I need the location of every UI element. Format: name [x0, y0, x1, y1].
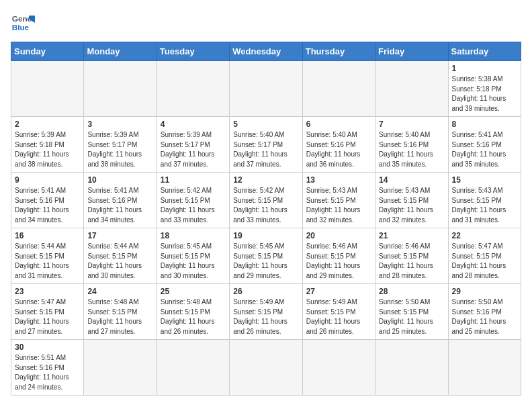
calendar-cell: 1Sunrise: 5:38 AMSunset: 5:18 PMDaylight…: [448, 61, 521, 117]
day-number: 21: [379, 231, 444, 240]
weekday-header-saturday: Saturday: [448, 42, 521, 61]
weekday-header-row: SundayMondayTuesdayWednesdayThursdayFrid…: [11, 42, 521, 61]
cell-info: Sunrise: 5:46 AMSunset: 5:15 PMDaylight:…: [379, 242, 444, 281]
calendar-cell: [302, 61, 375, 117]
day-number: 12: [233, 175, 298, 185]
day-number: 10: [87, 175, 152, 185]
day-number: 1: [452, 64, 517, 73]
cell-info: Sunrise: 5:39 AMSunset: 5:17 PMDaylight:…: [161, 130, 226, 169]
logo: General Blue: [11, 11, 35, 35]
day-number: 19: [233, 231, 298, 240]
page-header: General Blue: [11, 11, 521, 35]
cell-info: Sunrise: 5:45 AMSunset: 5:15 PMDaylight:…: [233, 242, 298, 281]
calendar-cell: 13Sunrise: 5:43 AMSunset: 5:15 PMDayligh…: [302, 173, 375, 228]
calendar-week-5: 23Sunrise: 5:47 AMSunset: 5:15 PMDayligh…: [11, 284, 521, 340]
weekday-header-tuesday: Tuesday: [157, 42, 229, 61]
cell-info: Sunrise: 5:46 AMSunset: 5:15 PMDaylight:…: [306, 242, 371, 281]
day-number: 11: [161, 175, 226, 185]
calendar-cell: 7Sunrise: 5:40 AMSunset: 5:16 PMDaylight…: [375, 117, 448, 173]
cell-info: Sunrise: 5:42 AMSunset: 5:15 PMDaylight:…: [161, 186, 226, 225]
calendar-cell: 25Sunrise: 5:48 AMSunset: 5:15 PMDayligh…: [157, 284, 229, 340]
calendar-cell: 12Sunrise: 5:42 AMSunset: 5:15 PMDayligh…: [230, 173, 302, 228]
cell-info: Sunrise: 5:39 AMSunset: 5:18 PMDaylight:…: [15, 130, 80, 169]
cell-info: Sunrise: 5:42 AMSunset: 5:15 PMDaylight:…: [233, 186, 298, 225]
cell-info: Sunrise: 5:50 AMSunset: 5:16 PMDaylight:…: [452, 298, 517, 336]
calendar-cell: [157, 61, 229, 117]
day-number: 18: [161, 231, 226, 240]
calendar-cell: [157, 340, 229, 396]
day-number: 15: [452, 175, 517, 185]
calendar-cell: 20Sunrise: 5:46 AMSunset: 5:15 PMDayligh…: [302, 228, 375, 284]
weekday-header-monday: Monday: [84, 42, 157, 61]
day-number: 16: [15, 231, 80, 240]
weekday-header-friday: Friday: [375, 42, 448, 61]
calendar-cell: 24Sunrise: 5:48 AMSunset: 5:15 PMDayligh…: [84, 284, 157, 340]
svg-text:Blue: Blue: [12, 23, 30, 32]
calendar-cell: 26Sunrise: 5:49 AMSunset: 5:15 PMDayligh…: [230, 284, 302, 340]
day-number: 29: [452, 287, 517, 296]
calendar-cell: 16Sunrise: 5:44 AMSunset: 5:15 PMDayligh…: [11, 228, 84, 284]
day-number: 20: [306, 231, 371, 240]
day-number: 27: [306, 287, 371, 296]
cell-info: Sunrise: 5:44 AMSunset: 5:15 PMDaylight:…: [15, 242, 80, 281]
day-number: 3: [87, 120, 152, 129]
day-number: 24: [87, 287, 152, 296]
calendar-week-2: 2Sunrise: 5:39 AMSunset: 5:18 PMDaylight…: [11, 117, 521, 173]
calendar-cell: [302, 340, 375, 396]
calendar-cell: [375, 61, 448, 117]
calendar-cell: 21Sunrise: 5:46 AMSunset: 5:15 PMDayligh…: [375, 228, 448, 284]
cell-info: Sunrise: 5:47 AMSunset: 5:15 PMDaylight:…: [15, 298, 80, 336]
cell-info: Sunrise: 5:40 AMSunset: 5:17 PMDaylight:…: [233, 130, 298, 169]
calendar-cell: 6Sunrise: 5:40 AMSunset: 5:16 PMDaylight…: [302, 117, 375, 173]
cell-info: Sunrise: 5:41 AMSunset: 5:16 PMDaylight:…: [87, 186, 152, 225]
calendar-cell: [11, 61, 84, 117]
calendar-cell: [448, 340, 521, 396]
calendar-cell: 18Sunrise: 5:45 AMSunset: 5:15 PMDayligh…: [157, 228, 229, 284]
day-number: 22: [452, 231, 517, 240]
day-number: 7: [379, 120, 444, 129]
day-number: 6: [306, 120, 371, 129]
calendar-week-3: 9Sunrise: 5:41 AMSunset: 5:16 PMDaylight…: [11, 173, 521, 228]
day-number: 23: [15, 287, 80, 296]
cell-info: Sunrise: 5:43 AMSunset: 5:15 PMDaylight:…: [379, 186, 444, 225]
calendar-cell: 10Sunrise: 5:41 AMSunset: 5:16 PMDayligh…: [84, 173, 157, 228]
calendar-cell: 30Sunrise: 5:51 AMSunset: 5:16 PMDayligh…: [11, 340, 84, 396]
calendar-cell: 15Sunrise: 5:43 AMSunset: 5:15 PMDayligh…: [448, 173, 521, 228]
cell-info: Sunrise: 5:47 AMSunset: 5:15 PMDaylight:…: [452, 242, 517, 281]
calendar-cell: [84, 340, 157, 396]
calendar-cell: 14Sunrise: 5:43 AMSunset: 5:15 PMDayligh…: [375, 173, 448, 228]
calendar-cell: 17Sunrise: 5:44 AMSunset: 5:15 PMDayligh…: [84, 228, 157, 284]
cell-info: Sunrise: 5:41 AMSunset: 5:16 PMDaylight:…: [15, 186, 80, 225]
calendar-cell: [230, 61, 302, 117]
day-number: 4: [161, 120, 226, 129]
day-number: 13: [306, 175, 371, 185]
cell-info: Sunrise: 5:50 AMSunset: 5:15 PMDaylight:…: [379, 298, 444, 336]
cell-info: Sunrise: 5:40 AMSunset: 5:16 PMDaylight:…: [379, 130, 444, 169]
day-number: 30: [15, 342, 80, 352]
calendar-cell: 27Sunrise: 5:49 AMSunset: 5:15 PMDayligh…: [302, 284, 375, 340]
calendar-cell: 23Sunrise: 5:47 AMSunset: 5:15 PMDayligh…: [11, 284, 84, 340]
day-number: 28: [379, 287, 444, 296]
calendar-cell: 2Sunrise: 5:39 AMSunset: 5:18 PMDaylight…: [11, 117, 84, 173]
calendar-week-6: 30Sunrise: 5:51 AMSunset: 5:16 PMDayligh…: [11, 340, 521, 396]
calendar-cell: 19Sunrise: 5:45 AMSunset: 5:15 PMDayligh…: [230, 228, 302, 284]
calendar-table: SundayMondayTuesdayWednesdayThursdayFrid…: [11, 42, 521, 396]
calendar-cell: 4Sunrise: 5:39 AMSunset: 5:17 PMDaylight…: [157, 117, 229, 173]
calendar-cell: 3Sunrise: 5:39 AMSunset: 5:17 PMDaylight…: [84, 117, 157, 173]
weekday-header-sunday: Sunday: [11, 42, 84, 61]
cell-info: Sunrise: 5:40 AMSunset: 5:16 PMDaylight:…: [306, 130, 371, 169]
day-number: 26: [233, 287, 298, 296]
weekday-header-wednesday: Wednesday: [230, 42, 302, 61]
calendar-cell: 22Sunrise: 5:47 AMSunset: 5:15 PMDayligh…: [448, 228, 521, 284]
cell-info: Sunrise: 5:49 AMSunset: 5:15 PMDaylight:…: [233, 298, 298, 336]
calendar-cell: 28Sunrise: 5:50 AMSunset: 5:15 PMDayligh…: [375, 284, 448, 340]
calendar-week-1: 1Sunrise: 5:38 AMSunset: 5:18 PMDaylight…: [11, 61, 521, 117]
day-number: 8: [452, 120, 517, 129]
calendar-week-4: 16Sunrise: 5:44 AMSunset: 5:15 PMDayligh…: [11, 228, 521, 284]
calendar-cell: 29Sunrise: 5:50 AMSunset: 5:16 PMDayligh…: [448, 284, 521, 340]
day-number: 5: [233, 120, 298, 129]
day-number: 17: [87, 231, 152, 240]
weekday-header-thursday: Thursday: [302, 42, 375, 61]
calendar-cell: 8Sunrise: 5:41 AMSunset: 5:16 PMDaylight…: [448, 117, 521, 173]
cell-info: Sunrise: 5:48 AMSunset: 5:15 PMDaylight:…: [161, 298, 226, 336]
